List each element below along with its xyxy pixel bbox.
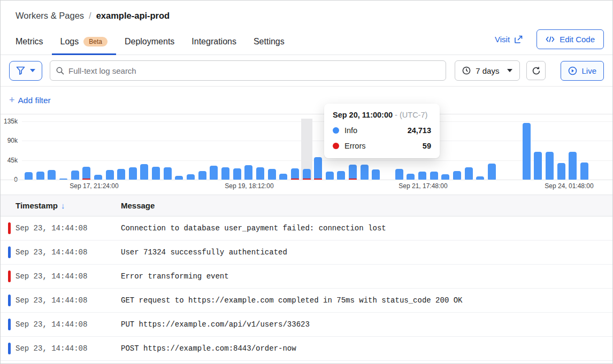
log-row[interactable]: Sep 23, 14:44:08POST https://example.com… <box>1 337 612 361</box>
chart-bar[interactable] <box>152 167 160 180</box>
filter-dropdown-button[interactable] <box>9 61 42 81</box>
chart-bar[interactable] <box>129 167 137 180</box>
chart-bar[interactable] <box>36 172 44 180</box>
chart-bar[interactable] <box>523 123 531 180</box>
chart-bar[interactable] <box>256 167 264 180</box>
chart-bar[interactable] <box>82 167 90 180</box>
chart-bar[interactable] <box>430 172 438 180</box>
chart-bar[interactable] <box>326 172 334 180</box>
chart-bar[interactable] <box>71 171 79 180</box>
chart-bar[interactable] <box>175 176 183 180</box>
bar-info-segment <box>48 170 56 180</box>
bar-info-segment <box>546 152 554 180</box>
chart-bar[interactable] <box>361 165 369 180</box>
chart-bar[interactable] <box>407 174 415 180</box>
plus-icon: + <box>9 95 15 106</box>
chart-bar[interactable] <box>303 169 311 180</box>
tab-metrics[interactable]: Metrics <box>7 29 52 55</box>
chart-bar[interactable] <box>546 152 554 180</box>
breadcrumb-section[interactable]: Workers & Pages <box>16 11 84 20</box>
chart-bar[interactable] <box>372 169 380 180</box>
log-row[interactable]: Sep 23, 14:44:08PUT https://example.com/… <box>1 313 612 337</box>
tooltip-series-value: 24,713 <box>408 126 431 135</box>
search-input[interactable] <box>68 66 440 75</box>
chart-bar[interactable] <box>349 165 357 180</box>
topbar-actions: Visit Edit Code <box>495 29 604 55</box>
chart-bar[interactable] <box>337 171 345 180</box>
tab-integrations[interactable]: Integrations <box>183 29 245 55</box>
chart-bar[interactable] <box>314 157 322 180</box>
bar-info-segment <box>523 123 531 180</box>
log-level-indicator-info <box>8 319 11 330</box>
funnel-icon <box>16 66 25 75</box>
chart-bar[interactable] <box>244 165 252 180</box>
log-row[interactable]: Sep 23, 14:44:08Connection to database u… <box>1 216 612 241</box>
tab-label: Integrations <box>191 37 236 47</box>
tab-label: Settings <box>254 37 285 47</box>
chart-bar[interactable] <box>557 163 565 180</box>
bar-errors-segment <box>303 179 311 180</box>
bar-info-segment <box>488 164 496 180</box>
bar-info-segment <box>152 167 160 180</box>
chart-bar[interactable] <box>279 174 287 180</box>
chart-bar[interactable] <box>59 179 67 180</box>
chart-bar[interactable] <box>221 167 229 180</box>
edit-code-button[interactable]: Edit Code <box>537 29 604 49</box>
time-range-dropdown[interactable]: 7 days <box>455 60 520 81</box>
chart-bar[interactable] <box>291 168 299 180</box>
search-box <box>50 60 446 81</box>
bar-info-segment <box>465 167 473 180</box>
visit-label: Visit <box>495 35 510 44</box>
bar-info-segment <box>534 152 542 180</box>
chart-bar[interactable] <box>569 152 577 180</box>
chart-bar[interactable] <box>117 169 125 180</box>
bar-info-segment <box>117 169 125 180</box>
filter-toolbar: 7 days Live <box>1 55 612 87</box>
chart-bar[interactable] <box>395 169 403 180</box>
column-header-timestamp[interactable]: Timestamp ↓ <box>16 201 121 210</box>
bar-info-segment <box>221 167 229 180</box>
chart-bar[interactable] <box>164 167 172 180</box>
chart-bar[interactable] <box>476 176 484 180</box>
bar-info-segment <box>268 169 276 180</box>
bar-errors-segment <box>349 179 357 180</box>
search-icon <box>56 67 64 75</box>
visit-link[interactable]: Visit <box>495 35 523 44</box>
chart-bar[interactable] <box>268 169 276 180</box>
chart-bar[interactable] <box>465 167 473 180</box>
live-button[interactable]: Live <box>561 61 604 81</box>
log-table-header: Timestamp ↓ Message <box>1 195 612 216</box>
chart-bar[interactable] <box>488 164 496 180</box>
tab-deployments[interactable]: Deployments <box>116 29 183 55</box>
tab-settings[interactable]: Settings <box>245 29 293 55</box>
log-row[interactable]: Sep 23, 14:44:08GET request to https://e… <box>1 289 612 313</box>
refresh-button[interactable] <box>526 61 546 80</box>
chart-bar[interactable] <box>25 172 33 180</box>
chart-bar[interactable] <box>187 174 195 180</box>
add-filter-button[interactable]: + Add filter <box>9 95 51 106</box>
chart-bar[interactable] <box>106 170 114 180</box>
bar-info-segment <box>164 167 172 180</box>
chart-bar[interactable] <box>140 164 148 180</box>
log-row[interactable]: Sep 23, 14:44:08User 71324 successfully … <box>1 241 612 265</box>
chart-bar[interactable] <box>418 172 426 180</box>
chart-bar[interactable] <box>94 175 102 180</box>
log-level-indicator-info <box>8 246 11 258</box>
log-volume-chart: 045k90k135k Sep 17, 21:24:00Sep 19, 18:1… <box>1 114 612 195</box>
log-timestamp: Sep 23, 14:44:08 <box>16 272 87 281</box>
tab-logs[interactable]: LogsBeta <box>52 29 116 55</box>
bar-errors-segment <box>291 179 299 180</box>
chart-bar[interactable] <box>198 171 206 180</box>
chart-bar[interactable] <box>453 171 461 180</box>
chart-bar[interactable] <box>534 152 542 180</box>
tooltip-row-errors: Errors59 <box>333 142 431 150</box>
bar-info-segment <box>418 172 426 180</box>
chart-bar[interactable] <box>441 174 449 180</box>
chart-bar[interactable] <box>233 168 241 180</box>
chart-bar[interactable] <box>48 170 56 180</box>
chart-bar[interactable] <box>580 162 588 180</box>
chart-bar[interactable] <box>210 166 218 180</box>
y-axis-tick-label: 90k <box>1 137 18 144</box>
log-row[interactable]: Sep 23, 14:44:08Error transforming event <box>1 265 612 289</box>
chart-tooltip: Sep 20, 11:00:00 - (UTC-7) Info24,713Err… <box>324 104 440 158</box>
